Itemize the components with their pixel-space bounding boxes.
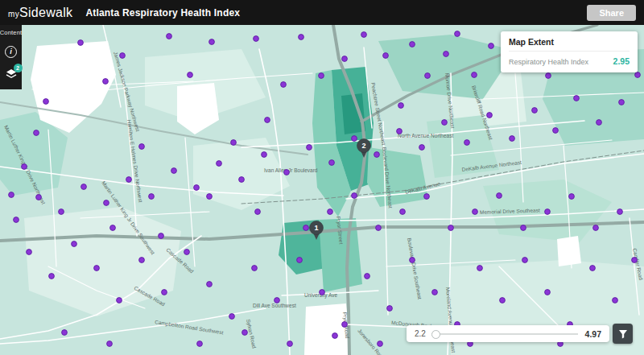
data-point-dot[interactable] (22, 164, 27, 170)
data-point-dot[interactable] (374, 152, 380, 158)
data-point-dot[interactable] (487, 113, 493, 118)
data-point-dot[interactable] (303, 225, 309, 231)
data-point-dot[interactable] (425, 73, 431, 79)
data-point-dot[interactable] (297, 258, 303, 263)
data-point-dot[interactable] (352, 136, 357, 142)
data-point-dot[interactable] (162, 290, 167, 295)
data-point-dot[interactable] (27, 250, 32, 255)
data-point-dot[interactable] (329, 160, 335, 166)
data-point-dot[interactable] (62, 330, 68, 336)
share-button[interactable]: Share (587, 5, 636, 21)
data-point-dot[interactable] (229, 314, 235, 320)
data-point-dot[interactable] (104, 200, 109, 206)
data-point-dot[interactable] (472, 72, 477, 78)
data-point-dot[interactable] (613, 298, 618, 303)
data-point-dot[interactable] (126, 177, 132, 183)
data-point-dot[interactable] (184, 250, 190, 255)
data-point-dot[interactable] (34, 130, 39, 136)
data-point-dot[interactable] (319, 73, 324, 79)
data-point-dot[interactable] (444, 52, 449, 57)
data-point-dot[interactable] (400, 209, 406, 215)
data-point-dot[interactable] (383, 53, 389, 59)
data-point-dot[interactable] (419, 145, 425, 151)
brand-logo[interactable]: mySidewalk (8, 6, 72, 20)
data-point-dot[interactable] (410, 258, 415, 263)
data-point-dot[interactable] (328, 209, 333, 215)
data-point-dot[interactable] (455, 31, 460, 37)
data-point-dot[interactable] (252, 266, 258, 271)
data-point-dot[interactable] (287, 341, 293, 347)
data-point-dot[interactable] (242, 330, 248, 336)
data-point-dot[interactable] (78, 40, 84, 46)
data-point-dot[interactable] (299, 35, 304, 40)
data-point-dot[interactable] (424, 194, 430, 200)
data-point-dot[interactable] (635, 72, 641, 78)
data-point-dot[interactable] (110, 225, 116, 231)
data-point-dot[interactable] (352, 193, 357, 199)
data-point-dot[interactable] (36, 195, 42, 200)
data-point-dot[interactable] (239, 177, 245, 183)
data-point-dot[interactable] (171, 168, 177, 174)
data-point-dot[interactable] (365, 274, 370, 279)
range-slider[interactable] (433, 333, 578, 335)
data-point-dot[interactable] (597, 120, 602, 126)
data-point-dot[interactable] (342, 322, 348, 328)
data-point-dot[interactable] (94, 266, 100, 271)
data-point-dot[interactable] (188, 72, 193, 78)
data-point-dot[interactable] (593, 225, 599, 231)
data-point-dot[interactable] (497, 193, 502, 199)
data-point-dot[interactable] (167, 34, 172, 39)
data-point-dot[interactable] (49, 274, 55, 279)
data-point-dot[interactable] (275, 298, 280, 303)
data-point-dot[interactable] (139, 258, 145, 263)
data-point-dot[interactable] (545, 209, 551, 215)
data-point-dot[interactable] (332, 333, 338, 339)
data-point-dot[interactable] (521, 225, 526, 231)
data-point-dot[interactable] (231, 140, 237, 146)
data-point-dot[interactable] (398, 103, 404, 109)
data-point-dot[interactable] (107, 341, 113, 347)
data-point-dot[interactable] (619, 100, 625, 105)
data-point-dot[interactable] (532, 108, 538, 114)
data-point-dot[interactable] (254, 36, 259, 42)
data-point-dot[interactable] (117, 298, 122, 303)
data-point-dot[interactable] (194, 185, 200, 191)
layers-button[interactable]: 2 (4, 67, 19, 81)
data-point-dot[interactable] (569, 194, 575, 200)
data-point-dot[interactable] (432, 290, 438, 295)
map-canvas[interactable]: James Jackson Parkway NorthwestHamilton … (0, 25, 644, 355)
data-point-dot[interactable] (81, 184, 87, 190)
data-point-dot[interactable] (574, 96, 580, 101)
data-point-dot[interactable] (361, 32, 367, 38)
data-point-dot[interactable] (553, 128, 559, 134)
data-point-dot[interactable] (500, 298, 506, 303)
data-point-dot[interactable] (464, 140, 470, 146)
data-point-dot[interactable] (510, 136, 515, 142)
data-point-dot[interactable] (442, 120, 448, 126)
data-point-dot[interactable] (207, 282, 213, 287)
data-point-dot[interactable] (207, 194, 213, 200)
data-point-dot[interactable] (14, 217, 19, 223)
data-point-dot[interactable] (265, 118, 270, 123)
data-point-dot[interactable] (387, 306, 393, 312)
filter-button[interactable] (613, 324, 633, 344)
data-point-dot[interactable] (43, 99, 49, 105)
data-point-dot[interactable] (255, 209, 261, 215)
data-point-dot[interactable] (410, 42, 415, 47)
data-point-dot[interactable] (473, 209, 478, 215)
data-point-dot[interactable] (217, 161, 222, 167)
data-point-dot[interactable] (448, 225, 454, 231)
info-button[interactable]: i (4, 44, 19, 59)
data-point-dot[interactable] (378, 341, 383, 347)
data-point-dot[interactable] (103, 79, 109, 85)
data-point-dot[interactable] (376, 225, 382, 231)
data-point-dot[interactable] (281, 82, 287, 88)
data-point-dot[interactable] (9, 192, 14, 198)
data-point-dot[interactable] (72, 241, 77, 247)
data-point-dot[interactable] (209, 39, 215, 45)
data-point-dot[interactable] (262, 152, 267, 158)
data-point-dot[interactable] (632, 258, 638, 263)
data-point-dot[interactable] (59, 209, 64, 215)
data-point-dot[interactable] (477, 266, 483, 271)
data-point-dot[interactable] (120, 53, 126, 59)
